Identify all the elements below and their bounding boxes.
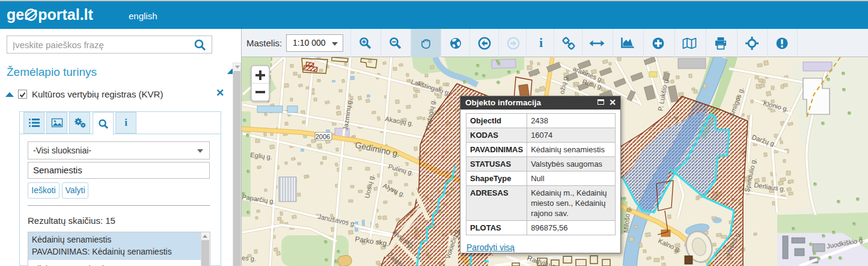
svg-text:es g.: es g. xyxy=(242,254,257,262)
svg-text:2006: 2006 xyxy=(316,133,330,140)
